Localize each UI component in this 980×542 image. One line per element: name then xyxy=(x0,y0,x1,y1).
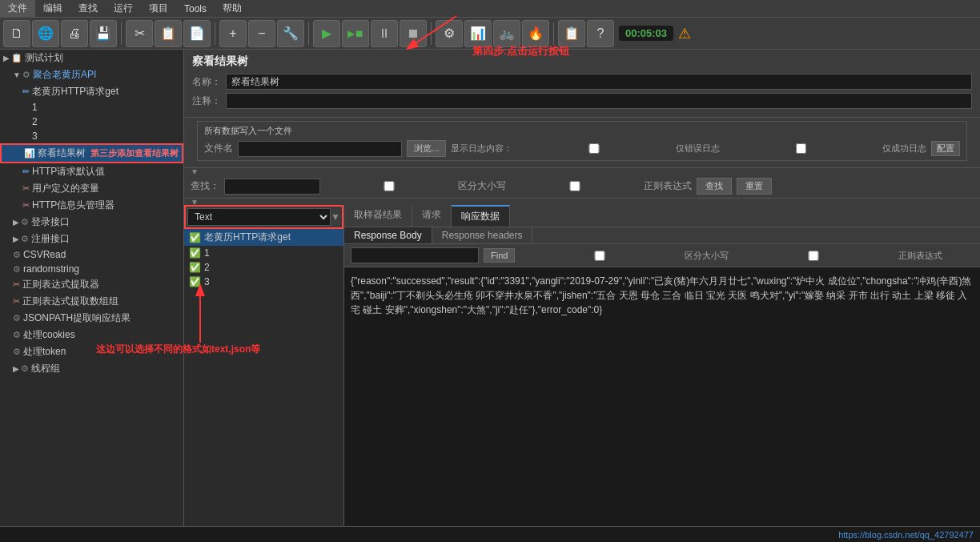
copy-button[interactable]: 📋 xyxy=(155,20,182,47)
result-item-1[interactable]: ✅ 1 xyxy=(184,246,343,260)
sidebar-label-user-vars: 用户定义的变量 xyxy=(32,182,99,195)
sub-tab-headers[interactable]: Response headers xyxy=(432,227,533,243)
format-select[interactable]: Text JSON XML HTML Regexp Tester xyxy=(187,208,331,226)
config-button[interactable]: 配置 xyxy=(931,141,960,156)
success-log-checkbox[interactable] xyxy=(725,143,878,154)
open-button[interactable]: 🌐 xyxy=(32,20,59,47)
menu-file[interactable]: 文件 xyxy=(0,0,35,17)
sidebar-item-regex-group[interactable]: ✂ 正则表达式提取数组组 xyxy=(0,293,183,310)
regex-checkbox[interactable] xyxy=(511,181,639,191)
file-input[interactable] xyxy=(238,141,402,157)
sidebar-item-csvread[interactable]: ⚙ CSVRead xyxy=(0,247,183,262)
sidebar-item-thread-group[interactable]: ▶ ⚙ 线程组 xyxy=(0,360,183,377)
sidebar-item-register[interactable]: ▶ ⚙ 注册接口 xyxy=(0,231,183,247)
result-item-2[interactable]: ✅ 2 xyxy=(184,260,343,275)
collapse-icon: ▶ xyxy=(3,54,10,62)
tab-response-data[interactable]: 响应数据 xyxy=(452,205,510,227)
stop-button[interactable]: ⏹ xyxy=(400,20,427,47)
separator-1 xyxy=(121,22,122,45)
sidebar-item-cookies[interactable]: ⚙ 处理cookies xyxy=(0,327,183,343)
help-button[interactable]: ? xyxy=(587,20,614,47)
response-find-input[interactable] xyxy=(351,247,479,263)
wrench-button[interactable]: 🔧 xyxy=(277,20,304,47)
collapse-icon-register: ▶ xyxy=(13,235,19,243)
file-section-title: 所有数据写入一个文件 xyxy=(204,125,960,137)
add-button[interactable]: + xyxy=(219,20,247,47)
pause-button[interactable]: ⏸ xyxy=(371,20,398,47)
sidebar-label-3: 3 xyxy=(32,130,38,142)
menu-find[interactable]: 查找 xyxy=(70,0,106,17)
sidebar-item-token[interactable]: ⚙ 处理token xyxy=(0,343,183,360)
search-input[interactable] xyxy=(224,179,320,195)
sidebar-item-3[interactable]: 3 xyxy=(0,129,183,143)
reset-button[interactable]: 重置 xyxy=(737,178,772,195)
check-icon-2: ✅ xyxy=(189,262,201,273)
comment-input[interactable] xyxy=(226,93,972,109)
bike-button[interactable]: 🚲 xyxy=(493,20,520,47)
run-stop-button[interactable]: ▶⏹ xyxy=(342,20,369,47)
response-find-button[interactable]: Find xyxy=(484,248,515,263)
sidebar-label-http-header: HTTP信息头管理器 xyxy=(32,199,114,212)
sidebar-item-view-tree[interactable]: 📊 察看结果树 第三步添加查看结果树 xyxy=(0,143,183,163)
cut-button[interactable]: ✂ xyxy=(126,20,153,47)
sidebar-item-test-plan[interactable]: ▶ 📋 测试计划 xyxy=(0,50,183,66)
plan-icon: 📋 xyxy=(11,53,22,63)
name-input[interactable] xyxy=(226,74,972,90)
sidebar-item-jsonpath[interactable]: ⚙ JSONPATH提取响应结果 xyxy=(0,310,183,327)
browse-button[interactable]: 浏览... xyxy=(407,140,446,157)
separator-2 xyxy=(215,22,215,45)
user-vars-icon: ✂ xyxy=(22,183,30,194)
separator-5 xyxy=(553,22,554,45)
name-field: 名称： xyxy=(192,74,972,90)
find-button[interactable]: 查找 xyxy=(697,178,732,195)
sidebar-item-regex-extractor[interactable]: ✂ 正则表达式提取器 xyxy=(0,276,183,293)
login-icon: ⚙ xyxy=(21,217,29,227)
collapse-icon-thread: ▶ xyxy=(13,364,19,373)
tab-request[interactable]: 请求 xyxy=(412,205,452,227)
result-item-3[interactable]: ✅ 3 xyxy=(184,275,343,289)
search-bar: 查找： 区分大小写 正则表达式 查找 重置 xyxy=(184,175,980,199)
menu-tools[interactable]: Tools xyxy=(176,2,215,16)
http-default-icon: ✏ xyxy=(22,167,30,177)
sidebar-item-2[interactable]: 2 xyxy=(0,114,183,129)
new-button[interactable]: 🗋 xyxy=(3,20,30,47)
sidebar-item-login[interactable]: ▶ ⚙ 登录接口 xyxy=(0,214,183,231)
report-button[interactable]: 📊 xyxy=(464,20,492,47)
settings-button[interactable]: ⚙ xyxy=(436,20,463,47)
result-item-http-get[interactable]: ✅ 老黄历HTTP请求get xyxy=(184,229,343,246)
menu-project[interactable]: 项目 xyxy=(141,0,176,17)
sidebar-label-login: 登录接口 xyxy=(31,215,70,229)
collapse-icon-2: ▼ xyxy=(13,70,21,79)
run-button[interactable]: ▶ xyxy=(313,20,340,47)
save-button[interactable]: 💾 xyxy=(90,20,117,47)
menu-run[interactable]: 运行 xyxy=(106,0,141,17)
sub-tab-body[interactable]: Response Body xyxy=(344,227,432,243)
menu-edit[interactable]: 编辑 xyxy=(35,0,70,17)
flame-button[interactable]: 🔥 xyxy=(522,20,549,47)
summary-button[interactable]: 📋 xyxy=(558,20,585,47)
minus-button[interactable]: − xyxy=(248,20,275,47)
print-button[interactable]: 🖨 xyxy=(61,20,88,47)
log-display-label: 显示日志内容： xyxy=(451,143,512,155)
sidebar-item-http-header[interactable]: ✂ HTTP信息头管理器 xyxy=(0,197,183,214)
response-content: {"reason":"successed","result":{"id":"33… xyxy=(344,267,980,526)
tab-sampler-results[interactable]: 取样器结果 xyxy=(344,205,412,227)
case-sensitive-checkbox[interactable] xyxy=(325,181,453,191)
sidebar-label-api-group: 聚合老黄历API xyxy=(33,68,96,82)
sidebar-item-http-default[interactable]: ✏ HTTP请求默认值 xyxy=(0,163,183,180)
toolbar: 🗋 🌐 🖨 💾 ✂ 📋 📄 + − 🔧 ▶ ▶⏹ ⏸ ⏹ ⚙ 📊 🚲 🔥 📋 ?… xyxy=(0,18,980,50)
sidebar-item-user-vars[interactable]: ✂ 用户定义的变量 xyxy=(0,180,183,197)
tree-result: Text JSON XML HTML Regexp Tester ▼ ✅ 老黄历… xyxy=(184,205,344,526)
result-label-2: 2 xyxy=(204,262,210,273)
menu-help[interactable]: 帮助 xyxy=(215,0,250,17)
sidebar-item-api-group[interactable]: ▼ ⚙ 聚合老黄历API xyxy=(0,66,183,83)
sidebar-item-http-get[interactable]: ✏ 老黄历HTTP请求get xyxy=(0,83,183,100)
resp-case-sensitive-checkbox[interactable] xyxy=(520,251,680,261)
statusbar: https://blog.csdn.net/qq_42792477 xyxy=(0,526,980,542)
collapse-icon-login: ▶ xyxy=(13,218,19,227)
sidebar-item-1[interactable]: 1 xyxy=(0,100,183,114)
sidebar-item-randomstring[interactable]: ⚙ randomstring xyxy=(0,262,183,276)
error-log-checkbox[interactable] xyxy=(517,143,670,154)
paste-button[interactable]: 📄 xyxy=(183,20,211,47)
resp-regex-checkbox[interactable] xyxy=(733,251,894,261)
